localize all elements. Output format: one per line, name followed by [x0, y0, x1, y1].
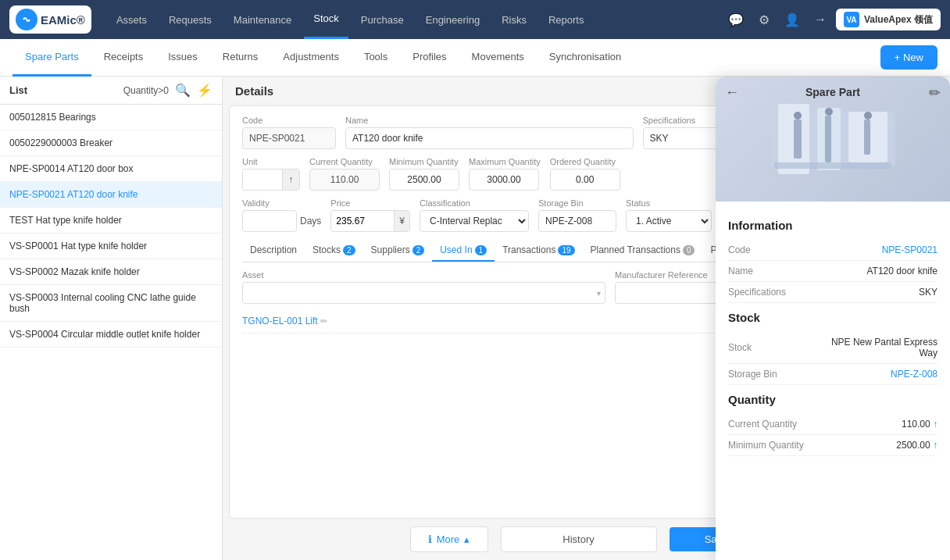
list-item[interactable]: NPE-SP0014 AT120 door box	[0, 156, 222, 182]
nav-purchase[interactable]: Purchase	[352, 0, 413, 39]
storage-bin-group: Storage Bin	[538, 198, 616, 232]
settings-icon[interactable]: ⚙	[752, 7, 777, 32]
logo-icon	[16, 9, 38, 30]
list-title: List	[9, 84, 27, 96]
nav-risks[interactable]: Risks	[492, 0, 536, 39]
history-button[interactable]: History	[501, 526, 657, 552]
list-item[interactable]: VS-SP0004 Circular middle outlet knife h…	[0, 322, 222, 348]
min-qty-input[interactable]	[389, 169, 459, 191]
mobile-spec-value: SKY	[919, 287, 938, 298]
mobile-stock-value: NPE New Pantal Express Way	[812, 337, 938, 358]
asset-col-label: Asset	[242, 270, 605, 280]
mobile-name-value: AT120 door knife	[867, 266, 938, 276]
edit-icon[interactable]: ✏	[929, 84, 941, 102]
validity-unit: Days	[300, 216, 321, 226]
svg-rect-5	[794, 119, 802, 159]
storage-bin-label: Storage Bin	[538, 198, 616, 208]
nav-stock[interactable]: Stock	[304, 0, 348, 39]
unit-arrow[interactable]: ↑	[282, 169, 299, 190]
asset-link[interactable]: TGNO-EL-001 Lift	[242, 316, 320, 326]
search-icon[interactable]: 🔍	[175, 83, 191, 98]
sub-nav-movements[interactable]: Movements	[459, 39, 537, 77]
logo-box[interactable]: EAMic®	[9, 5, 91, 34]
user-icon[interactable]: 👤	[780, 7, 805, 32]
logo-text: EAMic®	[41, 13, 85, 27]
tab-suppliers[interactable]: Suppliers2	[363, 240, 433, 262]
unit-group: Unit ↑	[242, 157, 300, 191]
max-qty-label: Maximum Quantity	[469, 157, 541, 166]
mobile-spec-row: Specifications SKY	[728, 282, 938, 303]
storage-bin-input[interactable]	[538, 210, 616, 232]
tab-stocks[interactable]: Stocks2	[305, 240, 363, 262]
max-qty-input[interactable]	[469, 169, 539, 191]
current-qty-group: Current Quantity	[309, 157, 380, 191]
left-panel: List Quantity>0 🔍 ⚡ 005012815 Bearings 0…	[0, 77, 223, 560]
price-input[interactable]	[331, 212, 394, 230]
mobile-current-qty-label: Current Quantity	[728, 419, 797, 430]
mobile-code-value: NPE-SP0021	[882, 244, 938, 255]
sub-nav-adjustments[interactable]: Adjustments	[270, 39, 352, 77]
asset-filter-group: Asset ▾	[242, 270, 605, 304]
asset-filter-input[interactable]	[242, 282, 605, 304]
filter-icon[interactable]: ⚡	[197, 83, 212, 98]
asset-filter-wrap: ▾	[242, 282, 605, 304]
ordered-qty-label: Ordered Quantity	[550, 157, 620, 166]
mobile-min-qty-value: 2500.00 ↑	[896, 440, 938, 451]
list-header: List Quantity>0 🔍 ⚡	[0, 77, 222, 105]
sub-nav-spare-parts[interactable]: Spare Parts	[12, 39, 91, 77]
mobile-spec-label: Specifications	[728, 287, 786, 298]
sub-nav-returns[interactable]: Returns	[210, 39, 271, 77]
list-item-active[interactable]: NPE-SP0021 AT120 door knife	[0, 182, 222, 208]
back-icon[interactable]: ←	[725, 84, 739, 101]
status-select[interactable]: 1. Active	[626, 210, 712, 232]
nav-maintenance[interactable]: Maintenance	[224, 0, 301, 39]
tab-description[interactable]: Description	[242, 240, 305, 262]
current-qty-label: Current Quantity	[309, 157, 380, 166]
list-item[interactable]: VS-SP0001 Hat type knife holder	[0, 234, 222, 259]
chat-icon[interactable]: 💬	[723, 7, 748, 32]
classification-label: Classification	[420, 198, 529, 208]
list-item[interactable]: VS-SP0003 Internal cooling CNC lathe gui…	[0, 285, 222, 322]
classification-select[interactable]: C-Interval Replac	[420, 210, 529, 232]
tab-planned-transactions[interactable]: Planned Transactions0	[583, 240, 703, 262]
name-input[interactable]	[345, 127, 634, 149]
nav-assets[interactable]: Assets	[107, 0, 156, 39]
list-item[interactable]: 0050229000003 Breaker	[0, 130, 222, 156]
ordered-qty-input[interactable]	[550, 169, 620, 191]
name-label: Name	[345, 116, 634, 125]
logo-area: EAMic®	[9, 5, 91, 34]
tab-used-in[interactable]: Used In1	[432, 240, 495, 262]
logout-icon[interactable]: →	[808, 7, 833, 32]
sub-nav-issues[interactable]: Issues	[155, 39, 210, 77]
sub-nav-synchronisation[interactable]: Synchronisation	[537, 39, 634, 77]
min-qty-group: Minimum Quantity	[389, 157, 459, 191]
more-button[interactable]: ℹ More ▴	[410, 526, 488, 552]
validity-label: Validity	[242, 198, 321, 208]
tab-transactions[interactable]: Transactions19	[495, 240, 582, 262]
status-group: Status 1. Active	[626, 198, 712, 232]
mobile-image: ← Spare Part ✏	[716, 77, 950, 202]
spare-part-illustration	[755, 88, 911, 190]
new-button[interactable]: + New	[880, 45, 938, 70]
mobile-min-qty-label: Minimum Quantity	[728, 440, 804, 451]
sub-nav-receipts[interactable]: Receipts	[91, 39, 156, 77]
used-in-badge: 1	[475, 245, 488, 255]
code-label: Code	[242, 116, 336, 125]
unit-label: Unit	[242, 157, 300, 166]
sub-nav-profiles[interactable]: Profiles	[400, 39, 459, 77]
svg-point-9	[825, 108, 833, 116]
sub-nav-tools[interactable]: Tools	[352, 39, 400, 77]
nav-engineering[interactable]: Engineering	[416, 0, 489, 39]
code-input[interactable]	[242, 127, 336, 149]
validity-input[interactable]	[242, 210, 297, 232]
svg-point-10	[864, 112, 872, 119]
main-layout: List Quantity>0 🔍 ⚡ 005012815 Bearings 0…	[0, 77, 950, 560]
list-item[interactable]: 005012815 Bearings	[0, 105, 222, 130]
list-item[interactable]: VS-SP0002 Mazak knife holder	[0, 259, 222, 285]
unit-input[interactable]	[243, 170, 282, 189]
list-item[interactable]: TEST Hat type knife holder	[0, 208, 222, 234]
nav-reports[interactable]: Reports	[539, 0, 594, 39]
nav-requests[interactable]: Requests	[159, 0, 221, 39]
mobile-storage-bin-label: Storage Bin	[728, 369, 777, 380]
asset-edit-icon[interactable]: ✏	[320, 316, 327, 326]
